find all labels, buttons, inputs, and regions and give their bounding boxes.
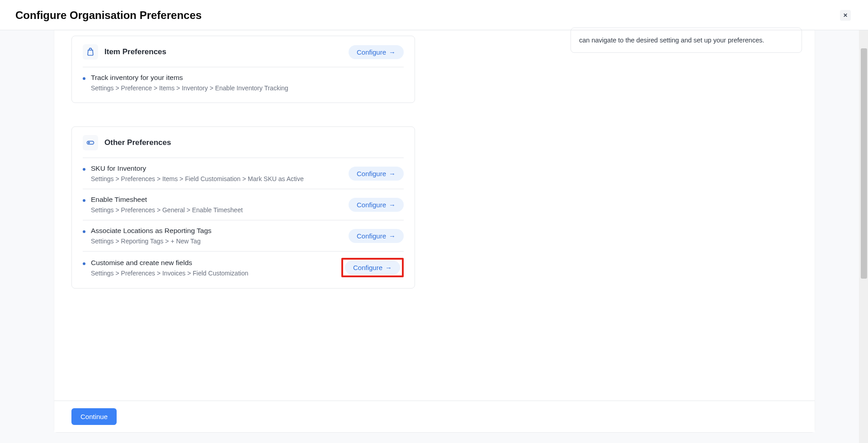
item-path: Settings > Preferences > Invoices > Fiel…: [91, 270, 248, 277]
close-button[interactable]: ✕: [840, 10, 851, 21]
item-path: Settings > Reporting Tags > + New Tag: [91, 238, 212, 245]
arrow-right-icon: →: [389, 201, 396, 209]
footer-bar: Continue: [54, 401, 815, 432]
continue-label: Continue: [80, 413, 108, 420]
item-path: Settings > Preferences > Items > Field C…: [91, 175, 304, 182]
item-preferences-card: Item Preferences Configure → Track inven…: [71, 36, 415, 103]
item-title: Customise and create new fields: [91, 259, 248, 267]
list-item: Customise and create new fields Settings…: [83, 252, 404, 284]
configure-item-button[interactable]: Configure →: [349, 45, 404, 59]
item-title: Track inventory for your items: [91, 74, 288, 82]
bullet-icon: [83, 199, 85, 202]
arrow-right-icon: →: [385, 264, 392, 271]
item-text: SKU for Inventory Settings > Preferences…: [91, 164, 304, 182]
continue-button[interactable]: Continue: [71, 408, 117, 425]
card-header: Item Preferences Configure →: [83, 36, 404, 67]
bullet-icon: [83, 230, 85, 233]
arrow-right-icon: →: [389, 48, 396, 56]
bag-icon: [83, 44, 98, 60]
item-left: Customise and create new fields Settings…: [83, 259, 248, 277]
item-text: Customise and create new fields Settings…: [91, 259, 248, 277]
scrollbar-track[interactable]: [859, 30, 868, 443]
item-path: Settings > Preferences > General > Enabl…: [91, 206, 243, 214]
configure-label: Configure: [353, 264, 382, 271]
close-icon: ✕: [843, 12, 848, 19]
item-title: Associate Locations as Reporting Tags: [91, 227, 212, 235]
card-header: Other Preferences: [83, 127, 404, 158]
configure-timesheet-button[interactable]: Configure →: [349, 198, 404, 212]
item-left: Associate Locations as Reporting Tags Se…: [83, 227, 212, 245]
main-column: Item Preferences Configure → Track inven…: [54, 30, 432, 432]
item-left: SKU for Inventory Settings > Preferences…: [83, 164, 304, 182]
item-text: Track inventory for your items Settings …: [91, 74, 288, 92]
arrow-right-icon: →: [389, 232, 396, 240]
bullet-icon: [83, 77, 85, 80]
item-left: Track inventory for your items Settings …: [83, 74, 288, 92]
scrollbar-thumb[interactable]: [861, 48, 867, 279]
item-text: Enable Timesheet Settings > Preferences …: [91, 196, 243, 214]
arrow-right-icon: →: [389, 170, 396, 177]
list-item: Track inventory for your items Settings …: [83, 67, 404, 98]
list-item: SKU for Inventory Settings > Preferences…: [83, 158, 404, 189]
card-title: Item Preferences: [104, 47, 166, 56]
toggle-icon: [83, 135, 98, 150]
card-header-left: Other Preferences: [83, 135, 171, 150]
configure-locations-button[interactable]: Configure →: [349, 229, 404, 243]
modal-header: Configure Organisation Preferences ✕: [0, 0, 868, 30]
other-preferences-card: Other Preferences SKU for Inventory Sett…: [71, 126, 415, 289]
highlight-annotation: Configure →: [341, 258, 404, 277]
page-body: Item Preferences Configure → Track inven…: [0, 30, 868, 443]
item-left: Enable Timesheet Settings > Preferences …: [83, 196, 243, 214]
item-title: SKU for Inventory: [91, 164, 304, 173]
svg-point-1: [88, 142, 90, 144]
card-title: Other Preferences: [104, 138, 171, 147]
info-text: can navigate to the desired setting and …: [579, 37, 764, 44]
configure-label: Configure: [357, 170, 386, 177]
card-header-left: Item Preferences: [83, 44, 166, 60]
side-column: can navigate to the desired setting and …: [432, 30, 815, 432]
configure-label: Configure: [357, 232, 386, 240]
list-item: Enable Timesheet Settings > Preferences …: [83, 189, 404, 220]
info-box: can navigate to the desired setting and …: [571, 28, 802, 53]
content-container: Item Preferences Configure → Track inven…: [54, 30, 815, 432]
bullet-icon: [83, 262, 85, 265]
bullet-icon: [83, 168, 85, 171]
list-item: Associate Locations as Reporting Tags Se…: [83, 220, 404, 252]
configure-label: Configure: [357, 201, 386, 209]
item-path: Settings > Preference > Items > Inventor…: [91, 84, 288, 92]
configure-sku-button[interactable]: Configure →: [349, 167, 404, 181]
page-title: Configure Organisation Preferences: [15, 9, 202, 22]
configure-customfields-button[interactable]: Configure →: [345, 261, 400, 275]
item-text: Associate Locations as Reporting Tags Se…: [91, 227, 212, 245]
configure-label: Configure: [357, 48, 386, 56]
item-title: Enable Timesheet: [91, 196, 243, 204]
